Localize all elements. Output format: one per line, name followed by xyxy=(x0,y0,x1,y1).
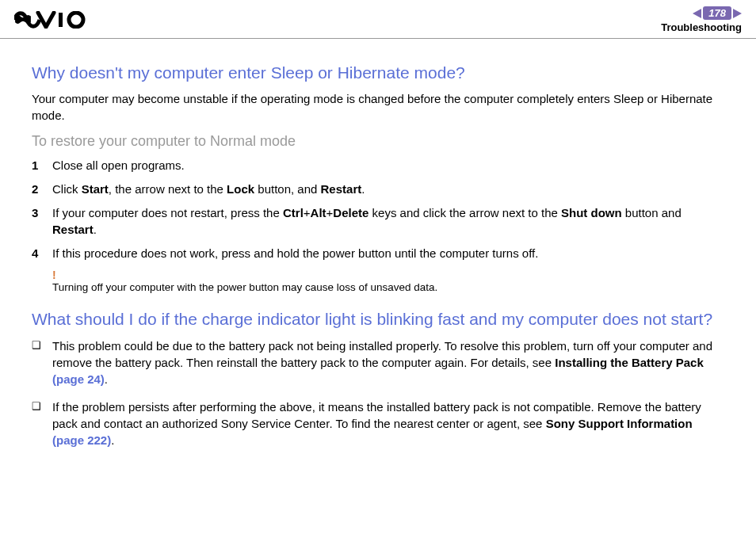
svg-rect-0 xyxy=(59,13,63,27)
vaio-logo xyxy=(14,6,90,29)
bullet-item: ❑ If the problem persists after performi… xyxy=(32,399,724,448)
step-item: If this procedure does not work, press a… xyxy=(32,246,724,261)
step-item: If your computer does not restart, press… xyxy=(32,205,724,238)
header-right: 178 Troubleshooting xyxy=(661,6,742,33)
step-text: If your computer does not restart, press… xyxy=(52,205,724,238)
page-number: 178 xyxy=(703,6,731,20)
step-text: If this procedure does not work, press a… xyxy=(52,246,538,261)
warning-text: Turning off your computer with the power… xyxy=(52,280,724,295)
sub-heading: To restore your computer to Normal mode xyxy=(32,133,724,150)
bullet-text: This problem could be due to the battery… xyxy=(52,338,724,387)
bullet-item: ❑ This problem could be due to the batte… xyxy=(32,338,724,387)
bullet-marker: ❑ xyxy=(32,399,52,448)
page-link[interactable]: (page 222) xyxy=(52,433,111,447)
page-header: 178 Troubleshooting xyxy=(0,0,756,39)
page-content: Why doesn't my computer enter Sleep or H… xyxy=(0,39,756,475)
next-page-arrow[interactable] xyxy=(733,9,742,18)
step-text: Click Start, the arrow next to the Lock … xyxy=(52,181,365,197)
bullet-text: If the problem persists after performing… xyxy=(52,399,724,448)
step-item: Close all open programs. xyxy=(32,158,724,174)
bullet-list: ❑ This problem could be due to the batte… xyxy=(32,338,724,448)
section-label: Troubleshooting xyxy=(661,21,742,33)
warning-icon: ! xyxy=(52,269,724,280)
step-item: Click Start, the arrow next to the Lock … xyxy=(32,181,724,197)
page-nav: 178 xyxy=(693,6,742,20)
intro-paragraph: Your computer may become unstable if the… xyxy=(32,91,724,124)
prev-page-arrow[interactable] xyxy=(693,9,701,18)
step-text: Close all open programs. xyxy=(52,158,185,174)
question-heading-2: What should I do if the charge indicator… xyxy=(32,309,724,330)
step-list: Close all open programs. Click Start, th… xyxy=(32,158,724,261)
svg-point-1 xyxy=(69,13,83,27)
page-link[interactable]: (page 24) xyxy=(52,372,105,386)
warning-note: ! Turning off your computer with the pow… xyxy=(52,269,724,295)
question-heading-1: Why doesn't my computer enter Sleep or H… xyxy=(32,63,724,83)
bullet-marker: ❑ xyxy=(32,338,52,387)
